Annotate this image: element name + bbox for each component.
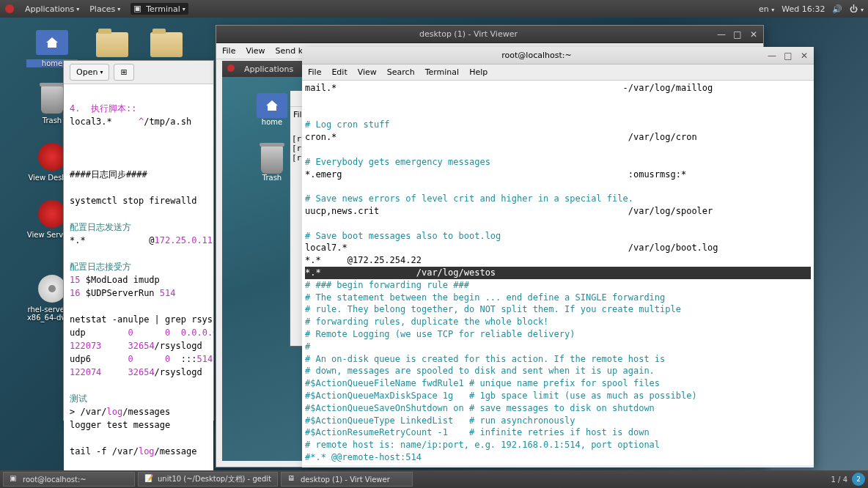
close-button[interactable]: ✕ [799,51,809,61]
workspace-indicator[interactable]: 1 / 4 [831,476,847,484]
power-icon[interactable]: ⏻ ▾ [850,4,864,14]
gedit-icon: 📝 [144,474,155,484]
terminal-icon: ▣ [10,474,20,484]
term-menu-edit[interactable]: Edit [331,67,347,77]
applications-menu[interactable]: Applications▾ [25,4,79,14]
clock[interactable]: Wed 16:32 [781,4,825,14]
term-menu-help[interactable]: Help [469,67,488,77]
volume-icon[interactable]: 🔊 [832,4,842,14]
terminal-menubar: File Edit View Search Terminal Help [302,64,814,81]
virt-titlebar[interactable]: desktop (1) - Virt Viewer — □ ✕ [216,26,763,43]
virt-menu-view[interactable]: View [246,46,265,56]
svg-point-1 [227,64,235,72]
virt-menu-file[interactable]: File [222,46,235,56]
terminal-titlebar[interactable]: root@localhost:~ — □ ✕ [302,47,814,64]
redhat-icon [4,4,15,14]
workspace-badge[interactable]: 2 [852,473,865,486]
term-menu-terminal[interactable]: Terminal [425,67,460,77]
terminal-text-area[interactable]: mail.* -/var/log/maillog # Log cron stuf… [302,81,814,465]
gedit-text-area[interactable]: 4. 执行脚本::local3.* ^/tmp/a.sh ####日志同步###… [64,84,213,488]
gedit-window[interactable]: Open▾ ⊞ 4. 执行脚本::local3.* ^/tmp/a.sh ###… [63,60,214,421]
guest-home[interactable]: home [250,93,294,126]
gedit-toolbar: Open▾ ⊞ [64,61,213,84]
language-indicator[interactable]: en ▾ [759,4,774,14]
drawer-button[interactable]: ⊞ [114,64,133,81]
minimize-button[interactable]: — [716,29,727,40]
open-button[interactable]: Open▾ [70,64,109,81]
task-virtviewer[interactable]: 🖥 desktop (1) - Virt Viewer [281,472,413,487]
task-terminal[interactable]: ▣ root@localhost:~ [3,472,135,487]
term-menu-file[interactable]: File [308,67,321,77]
terminal-window[interactable]: root@localhost:~ — □ ✕ File Edit View Se… [302,47,814,467]
monitor-icon: 🖥 [287,474,298,484]
terminal-launcher[interactable]: ▣Terminal▾ [130,3,188,15]
maximize-button[interactable]: □ [732,29,743,40]
taskbar: ▣ root@localhost:~ 📝 unit10 (~/Desktop/文… [0,470,868,488]
guest-trash[interactable]: Trash [250,146,294,182]
term-menu-view[interactable]: View [358,67,377,77]
places-menu[interactable]: Places▾ [89,4,120,14]
host-topbar: Applications▾ Places▾ ▣Terminal▾ en ▾ We… [0,0,868,18]
minimize-button[interactable]: — [767,51,777,61]
svg-point-0 [5,4,14,13]
close-button[interactable]: ✕ [749,29,759,40]
term-menu-search[interactable]: Search [387,67,415,77]
guest-redhat-icon [227,64,235,75]
guest-applications-menu[interactable]: Applications [244,64,293,74]
maximize-button[interactable]: □ [783,51,793,61]
terminal-icon: ▣ [133,4,144,14]
task-gedit[interactable]: 📝 unit10 (~/Desktop/文档) - gedit [138,472,278,487]
